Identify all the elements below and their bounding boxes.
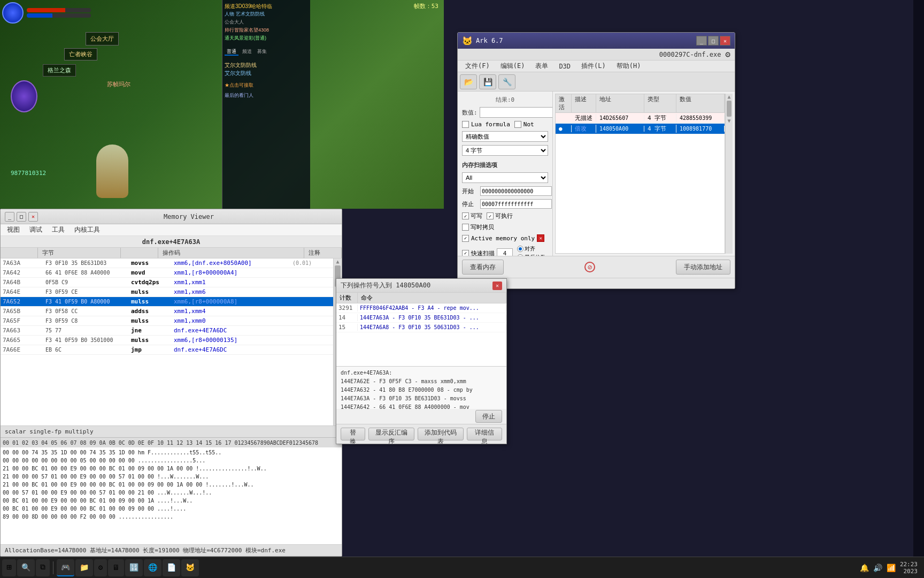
replace-button[interactable]: 替换 bbox=[341, 428, 365, 440]
menu-form[interactable]: 表单 bbox=[530, 60, 553, 72]
disasm-row[interactable]: 7A652 F3 41 0F59 B0 A80000 mulss xmm6,[r… bbox=[1, 297, 333, 307]
writable-checkbox[interactable] bbox=[462, 212, 469, 219]
scroll-up-arrow[interactable]: ▲ bbox=[334, 258, 342, 264]
result-row-2[interactable]: ● 倍攻 148050A00 4 字节 1008981770 bbox=[556, 124, 725, 134]
hex-row: 00 BC 01 00 00 E9 00 00 00 BC 01 00 09 0… bbox=[3, 497, 340, 505]
results-scroll-thumb[interactable] bbox=[727, 101, 732, 117]
settings-icon[interactable]: ⚙ bbox=[725, 49, 730, 59]
close-button[interactable]: ✕ bbox=[28, 212, 38, 222]
frame-count: 帧数：53 bbox=[414, 2, 438, 10]
align-radio[interactable] bbox=[517, 246, 523, 252]
lua-row: Lua formula bbox=[462, 121, 510, 128]
sub-close-button[interactable]: ✕ bbox=[492, 282, 502, 290]
menu-view[interactable]: 视图 bbox=[3, 224, 24, 235]
cat-taskitem[interactable]: 🐱 bbox=[181, 559, 199, 576]
status-text: scalar single-fp multiply bbox=[5, 428, 94, 435]
disasm-row[interactable]: 7A65B F3 0F58 CC addss xmm1,xmm4 bbox=[1, 307, 333, 316]
disasm-row[interactable]: 7A63A F3 0F10 35 BE631D03 movss xmm6,[dn… bbox=[1, 258, 333, 268]
fast-scan-checkbox[interactable] bbox=[462, 250, 469, 256]
hex-row: 21 00 00 BC 01 00 00 E9 00 00 00 BC 01 0… bbox=[3, 481, 340, 489]
disasm-row[interactable]: 7A65F F3 0F59 C8 mulss xmm1,xmm0 bbox=[1, 316, 333, 326]
menu-file[interactable]: 文件(F) bbox=[460, 60, 495, 72]
details-button[interactable]: 详细信息 bbox=[467, 428, 502, 440]
view-memory-button[interactable]: 查看内存 bbox=[462, 260, 504, 275]
sub-row[interactable]: 15 144E7A6A8 - F3 0F10 35 50631D03 - ... bbox=[336, 323, 506, 332]
disasm-row[interactable]: 7A665 F3 41 0F59 B0 3501000 mulss xmm6,[… bbox=[1, 336, 333, 345]
not-checkbox[interactable] bbox=[514, 121, 521, 128]
hex-row: 00 BC 01 00 00 E9 00 00 00 BC 01 00 00 0… bbox=[3, 505, 340, 513]
lua-checkbox[interactable] bbox=[462, 121, 469, 128]
cell-desc-1: 无描述 bbox=[572, 114, 596, 122]
ark-window: 🐱 Ark 6.7 _ □ ✕ 0000297C-dnf.exe ⚙ 文件(F)… bbox=[457, 32, 735, 289]
sub-row[interactable]: 14 144E7A63A - F3 0F10 35 BE631D03 - ... bbox=[336, 313, 506, 323]
volume-icon[interactable]: 🔊 bbox=[873, 564, 882, 572]
calc-taskitem[interactable]: 🔢 bbox=[125, 559, 143, 576]
scan-type-select[interactable]: 精确数值 bbox=[462, 131, 548, 142]
disasm-row[interactable]: 7A64E F3 0F59 CE mulss xmm1,xmm6 bbox=[1, 287, 333, 297]
ark-results-panel: 激活 描述 地址 类型 数值 无描述 14D265607 4 字节 428855… bbox=[553, 92, 735, 256]
search-button[interactable]: 🔍 bbox=[17, 559, 35, 576]
taskbar-clock[interactable]: 22:23 2023 bbox=[900, 561, 918, 575]
toolbar-save-button[interactable]: 💾 bbox=[479, 74, 496, 89]
minimize-button[interactable]: _ bbox=[5, 212, 14, 222]
sub-row[interactable]: 3291 FFFF8046F42AAB4 - F3 A4 - repe mov.… bbox=[336, 303, 506, 313]
menu-plugin[interactable]: 插件(L) bbox=[576, 60, 611, 72]
browser-taskitem[interactable]: 🌐 bbox=[144, 559, 161, 576]
data-type-select[interactable]: 4 字节 bbox=[462, 145, 548, 156]
stop-button[interactable]: 停止 bbox=[475, 410, 502, 423]
end-input[interactable] bbox=[480, 199, 552, 209]
show-disasm-button[interactable]: 显示反汇编序 bbox=[368, 428, 414, 440]
value-input[interactable] bbox=[480, 107, 553, 118]
ark-close-button[interactable]: ✕ bbox=[720, 36, 730, 45]
menu-kernel[interactable]: 内核工具 bbox=[70, 224, 104, 235]
menu-debug[interactable]: 调试 bbox=[25, 224, 47, 235]
file-manager-taskitem[interactable]: 📁 bbox=[75, 559, 93, 576]
menu-d3d[interactable]: D3D bbox=[553, 62, 576, 71]
taskview-button[interactable]: ⧉ bbox=[36, 559, 50, 576]
toolbar-open-button[interactable]: 📂 bbox=[460, 74, 477, 89]
terminal-taskitem[interactable]: 🖥 bbox=[108, 559, 124, 576]
tab-normal[interactable]: 普通 bbox=[225, 48, 238, 56]
disasm-row[interactable]: 7A66E EB 6C jmp dnf.exe+4E7A6DC bbox=[1, 345, 333, 355]
settings-taskitem[interactable]: ⚙ bbox=[94, 559, 107, 576]
add-address-button[interactable]: 手动添加地址 bbox=[676, 260, 730, 275]
menu-tools[interactable]: 工具 bbox=[48, 224, 69, 235]
toolbar-save2-button[interactable]: 🔧 bbox=[498, 74, 515, 89]
menu-help[interactable]: 帮助(H) bbox=[611, 60, 646, 72]
result-row-1[interactable]: 无描述 14D265607 4 字节 4288550399 bbox=[556, 113, 725, 124]
game-taskitem[interactable]: 🎮 bbox=[57, 559, 74, 576]
not-label: Not bbox=[523, 121, 534, 128]
disasm-row[interactable]: 7A64B 0F5B C9 cvtdq2ps xmm1,xmm1 bbox=[1, 278, 333, 287]
tab-guild[interactable]: 募集 bbox=[255, 48, 269, 55]
active-memory-checkbox[interactable] bbox=[462, 235, 469, 242]
results-scroll-up[interactable]: ▲ bbox=[726, 94, 733, 100]
disasm-row[interactable]: 7A663 75 77 jne dnf.exe+4E7A6DC bbox=[1, 326, 333, 336]
results-scroll-down[interactable]: ▼ bbox=[726, 118, 733, 124]
executable-checkbox[interactable] bbox=[487, 212, 494, 219]
disasm-ops-cell: xmm1,[r8+000000A4] bbox=[172, 269, 290, 276]
add-code-table-button[interactable]: 添加到代码表 bbox=[418, 428, 464, 440]
cow-checkbox[interactable] bbox=[462, 224, 469, 231]
chat-hero-label: 艾尔文防防线 bbox=[225, 61, 308, 69]
sub-count-cell: 14 bbox=[336, 314, 358, 321]
start-input[interactable] bbox=[480, 186, 552, 196]
player-avatar-icon bbox=[2, 2, 24, 24]
active-memory-row: Active memory only ✕ bbox=[462, 234, 548, 242]
active-memory-dismiss[interactable]: ✕ bbox=[537, 234, 544, 242]
start-button[interactable]: ⊞ bbox=[2, 559, 16, 576]
ark-maximize-button[interactable]: □ bbox=[708, 36, 719, 45]
ark-minimize-button[interactable]: _ bbox=[696, 36, 707, 45]
chat-line4: 通天凤景迎彩(普通) bbox=[225, 34, 308, 42]
disasm-bytes-cell: 75 77 bbox=[43, 328, 129, 333]
notification-icon[interactable]: 🔔 bbox=[860, 564, 869, 572]
tab-channel[interactable]: 频道 bbox=[240, 48, 254, 55]
fast-scan-input[interactable] bbox=[497, 248, 513, 256]
menu-edit[interactable]: 编辑(E) bbox=[495, 60, 530, 72]
editor-taskitem[interactable]: 📄 bbox=[163, 559, 180, 576]
maximize-button[interactable]: □ bbox=[17, 212, 26, 222]
results-scrollbar[interactable]: ▲ ▼ bbox=[725, 94, 733, 254]
disasm-row[interactable]: 7A642 66 41 0F6E 88 A40000 movd xmm1,[r8… bbox=[1, 268, 333, 278]
sub-cmd-cell: 144E7A63A - F3 0F10 35 BE631D03 - ... bbox=[358, 315, 506, 321]
network-icon[interactable]: 📶 bbox=[887, 564, 896, 572]
memory-scan-select[interactable]: All bbox=[462, 172, 548, 183]
